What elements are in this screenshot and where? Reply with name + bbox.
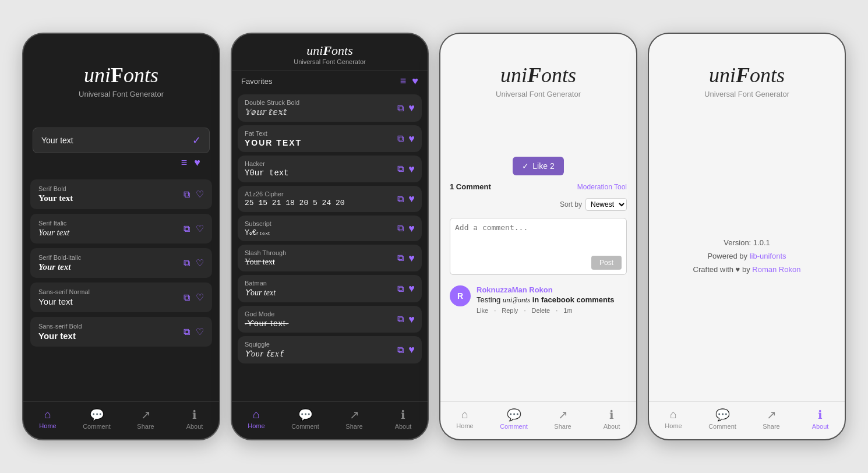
delete-action[interactable]: Delete <box>531 307 550 314</box>
list-item[interactable]: Serif Bold Your text ⧉ ♡ <box>30 179 212 209</box>
nav-share-2[interactable]: ↗ Share <box>337 408 372 430</box>
sort-select[interactable]: Newest Oldest <box>585 198 627 211</box>
reply-action[interactable]: Reply <box>502 307 518 314</box>
fav-text: Ƴour text <box>245 288 397 298</box>
nav-share[interactable]: ↗ Share <box>128 408 163 430</box>
copy-icon[interactable]: ⧉ <box>397 133 404 144</box>
copy-icon[interactable]: ⧉ <box>184 224 190 234</box>
fav-text: ·Ƴour text· <box>245 319 397 328</box>
list-item[interactable]: Serif Italic Your text ⧉ ♡ <box>30 214 212 243</box>
home-icon-3: ⌂ <box>461 408 468 421</box>
copy-icon[interactable]: ⧉ <box>397 223 404 234</box>
nav-about[interactable]: ℹ About <box>177 408 212 430</box>
copy-icon[interactable]: ⧉ <box>397 253 404 263</box>
list-icon-2[interactable]: ≡ <box>400 75 407 87</box>
fav-text: Your text <box>245 257 397 267</box>
heart-outline-icon[interactable]: ♡ <box>196 223 204 234</box>
font-label: Serif Bold <box>38 185 73 192</box>
nav-home-4[interactable]: ⌂ Home <box>656 408 691 430</box>
list-item[interactable]: Slash Through Your text ⧉♥ <box>238 245 422 271</box>
nav-comment-4[interactable]: 💬 Comment <box>705 408 740 430</box>
list-item[interactable]: Serif Bold-italic Your text ⧉ ♡ <box>30 248 212 278</box>
text-input[interactable] <box>41 136 192 145</box>
list-item[interactable]: A1z26 Cipher 25 15 21 18 20 5 24 20 ⧉♥ <box>238 186 422 212</box>
copy-icon[interactable]: ⧉ <box>397 284 404 294</box>
heart-icon[interactable]: ♥ <box>408 102 415 114</box>
nav-share-4[interactable]: ↗ Share <box>754 408 789 430</box>
like-action[interactable]: Like <box>477 307 488 314</box>
nav-home-3[interactable]: ⌂ Home <box>447 408 482 430</box>
list-item[interactable]: Hacker Y0ur text ⧉♥ <box>238 156 422 182</box>
copy-icon[interactable]: ⧉ <box>184 327 190 337</box>
phone2-header: uniFonts Universal Font Generator <box>232 34 428 70</box>
list-item[interactable]: Batman Ƴour text ⧉♥ <box>238 275 422 302</box>
nav-home[interactable]: ⌂ Home <box>30 408 65 430</box>
font-text: Your text <box>38 331 82 341</box>
favorites-label: Favorites <box>241 77 272 86</box>
text-input-row: ✓ <box>33 128 210 153</box>
copy-icon[interactable]: ⧉ <box>184 292 190 303</box>
list-item[interactable]: God Mode ·Ƴour text· ⧉♥ <box>238 306 422 333</box>
list-item[interactable]: Sans-serif Bold Your text ⧉ ♡ <box>30 317 212 347</box>
home-icon: ⌂ <box>44 408 51 421</box>
list-item[interactable]: Double Struck Bold 𝕐𝕠𝕦𝕣 𝕥𝕖𝕩𝕥 ⧉♥ <box>238 94 422 122</box>
copy-icon[interactable]: ⧉ <box>184 189 190 200</box>
like-label: Like 2 <box>532 161 554 171</box>
comment-input-box: Post <box>450 218 627 275</box>
input-area: ✓ ≡ ♥ <box>23 116 219 177</box>
copy-icon[interactable]: ⧉ <box>184 258 190 269</box>
list-item[interactable]: Subscript Yₒ€ᵣ ₜₑₓₜ ⧉♥ <box>238 216 422 241</box>
heart-fill-icon-2[interactable]: ♥ <box>412 75 418 87</box>
copy-icon[interactable]: ⧉ <box>397 314 404 324</box>
nav-comment-2[interactable]: 💬 Comment <box>288 408 323 430</box>
nav-about-label: About <box>186 423 203 430</box>
heart-outline-icon[interactable]: ♡ <box>196 257 204 269</box>
heart-icon[interactable]: ♥ <box>408 313 415 326</box>
nav-comment[interactable]: 💬 Comment <box>79 408 114 430</box>
lib-unifonts-link[interactable]: lib-unifonts <box>750 252 786 260</box>
like-button[interactable]: ✓ Like 2 <box>513 157 563 175</box>
moderation-tool-link[interactable]: Moderation Tool <box>577 183 627 191</box>
nav-about-2[interactable]: ℹ About <box>386 408 421 430</box>
check-icon[interactable]: ✓ <box>192 134 201 147</box>
heart-icon[interactable]: ♥ <box>408 344 415 356</box>
heart-outline-icon[interactable]: ♡ <box>196 326 204 337</box>
post-button[interactable]: Post <box>591 256 622 270</box>
bottom-nav: ⌂ Home 💬 Comment ↗ Share ℹ About <box>23 401 219 439</box>
comment-user[interactable]: RoknuzzaMan Rokon <box>477 285 627 294</box>
app-logo-2: uniFonts <box>232 43 428 58</box>
nav-share-3[interactable]: ↗ Share <box>545 408 580 430</box>
fav-list: Double Struck Bold 𝕐𝕠𝕦𝕣 𝕥𝕖𝕩𝕥 ⧉♥ Fat Text… <box>232 92 428 401</box>
heart-icon[interactable]: ♥ <box>408 223 415 235</box>
copy-icon[interactable]: ⧉ <box>397 164 404 174</box>
list-item[interactable]: Fat Text YOUR TEXT ⧉♥ <box>238 125 422 152</box>
heart-outline-icon[interactable]: ♡ <box>196 292 204 303</box>
heart-icon[interactable]: ♥ <box>408 163 415 175</box>
copy-icon[interactable]: ⧉ <box>397 345 404 355</box>
nav-about-4[interactable]: ℹ About <box>803 408 838 430</box>
copy-icon[interactable]: ⧉ <box>397 103 404 114</box>
heart-outline-icon[interactable]: ♡ <box>196 189 204 200</box>
list-item[interactable]: Sans-serif Normal Your text ⧉ ♡ <box>30 283 212 312</box>
fav-text: 25 15 21 18 20 5 24 20 <box>245 199 397 207</box>
nav-share-label-2: Share <box>345 423 362 430</box>
heart-icon[interactable]: ♥ <box>408 252 415 264</box>
comment-entry: R RoknuzzaMan Rokon Testing uni𝔉onts in … <box>450 285 627 314</box>
share-icon-2: ↗ <box>350 408 359 422</box>
heart-icon[interactable]: ♥ <box>408 193 415 205</box>
nav-home-2[interactable]: ⌂ Home <box>239 408 274 430</box>
nav-about-3[interactable]: ℹ About <box>594 408 629 430</box>
app-logo-4: uniFonts <box>661 63 833 87</box>
powered-by-row: Powered by lib-unifonts <box>707 252 786 260</box>
heart-icon[interactable]: ♥ <box>408 283 415 295</box>
comment-textarea[interactable] <box>455 223 622 252</box>
heart-fill-icon[interactable]: ♥ <box>194 157 200 169</box>
list-item[interactable]: Squiggle Ƴoυr ƭɛxƭ ⧉♥ <box>238 336 422 363</box>
list-icon[interactable]: ≡ <box>181 157 188 169</box>
comment-text-plain: Testing <box>477 295 503 304</box>
copy-icon[interactable]: ⧉ <box>397 194 404 204</box>
app-subtitle-2: Universal Font Generator <box>232 58 428 65</box>
nav-comment-3[interactable]: 💬 Comment <box>496 408 531 430</box>
roman-rokon-link[interactable]: Roman Rokon <box>752 265 800 274</box>
heart-icon[interactable]: ♥ <box>408 133 415 145</box>
